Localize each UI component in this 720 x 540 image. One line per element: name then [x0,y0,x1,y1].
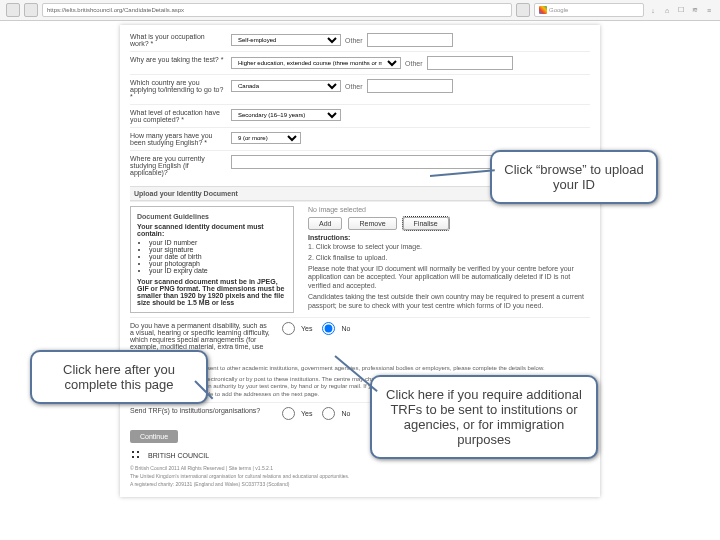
label-years-english: How many years have you been studying En… [130,132,225,146]
bookmark-icon[interactable]: ☐ [676,5,686,15]
radio-disability-yes[interactable] [282,322,295,335]
select-education[interactable]: Secondary (16–19 years) [231,109,341,121]
label-country: Which country are you applying to/intend… [130,79,225,100]
row-occupation: What is your occupation work? * Self-emp… [130,29,590,51]
other-label: Other [405,60,423,67]
list-item: your date of birth [149,253,287,260]
row-reason: Why are you taking the test? * Higher ed… [130,51,590,74]
history-icon[interactable]: ≋ [690,5,700,15]
row-years-english: How many years have you been studying En… [130,127,590,150]
reload-button[interactable] [516,3,530,17]
radio-label-no: No [341,325,350,332]
input-country-other[interactable] [367,79,453,93]
guidelines-title: Document Guidelines [137,213,287,220]
label-trf: Send TRF(s) to institutions/organisation… [130,407,270,414]
guidelines-must: Your scanned identity document must cont… [137,223,287,237]
search-placeholder: Google [549,4,568,16]
label-reason: Why are you taking the test? * [130,56,225,63]
label-occupation: What is your occupation work? * [130,33,225,47]
instructions: Instructions: 1. Click browse to select … [308,234,590,310]
upload-para2: Candidates taking the test outside their… [308,293,590,311]
callout-trf: Click here if you require additional TRF… [370,375,598,459]
radio-trf-no[interactable] [322,407,335,420]
list-item: your photograph [149,260,287,267]
input-currently-studying[interactable] [231,155,497,169]
callout-browse: Click “browse” to upload your ID [490,150,658,204]
input-occupation-other[interactable] [367,33,453,47]
url-bar[interactable]: https://ielts.britishcouncil.org/Candida… [42,3,512,17]
callout-continue: Click here after you complete this page [30,350,208,404]
download-icon[interactable]: ↓ [648,5,658,15]
guidelines-limit: Your scanned document must be in JPEG, G… [137,278,287,306]
back-button[interactable] [6,3,20,17]
other-label: Other [345,83,363,90]
list-item: your ID expiry date [149,267,287,274]
menu-icon[interactable]: ≡ [704,5,714,15]
guidelines-box: Document Guidelines Your scanned identit… [130,206,294,313]
footer-line2: The United Kingdom's international organ… [130,473,590,479]
row-country: Which country are you applying to/intend… [130,74,590,104]
brand-text: BRITISH COUNCIL [148,452,209,459]
footer-line1: © British Council 2011 All Rights Reserv… [130,465,590,471]
list-item: your ID number [149,239,287,246]
search-bar[interactable]: Google [534,3,644,17]
browser-chrome: https://ielts.britishcouncil.org/Candida… [0,0,720,21]
footer-line3: A registered charity: 209131 (England an… [130,481,590,487]
upload-para1: Please note that your ID document will n… [308,265,590,291]
other-label: Other [345,37,363,44]
radio-disability-no[interactable] [322,322,335,335]
select-country[interactable]: Canada [231,80,341,92]
radio-label-yes: Yes [301,325,312,332]
select-years-english[interactable]: 9 (or more) [231,132,301,144]
label-currently-studying: Where are you currently studying English… [130,155,225,176]
instruction-1: 1. Click browse to select your image. [308,243,590,252]
forward-button[interactable] [24,3,38,17]
home-icon[interactable]: ⌂ [662,5,672,15]
finalise-button[interactable]: Finalise [403,217,449,230]
no-image-text: No image selected [308,206,590,213]
radio-label-yes: Yes [301,410,312,417]
remove-button[interactable]: Remove [348,217,396,230]
select-reason[interactable]: Higher education, extended course (three… [231,57,401,69]
guidelines-list: your ID number your signature your date … [149,239,287,274]
upload-column: No image selected Add Remove Finalise In… [300,206,590,313]
instructions-title: Instructions: [308,234,590,241]
list-item: your signature [149,246,287,253]
select-occupation[interactable]: Self-employed [231,34,341,46]
label-education: What level of education have you complet… [130,109,225,123]
input-reason-other[interactable] [427,56,513,70]
continue-button[interactable]: Continue [130,430,178,443]
row-education: What level of education have you complet… [130,104,590,127]
radio-label-no: No [341,410,350,417]
logo-dots-icon [130,449,144,463]
add-button[interactable]: Add [308,217,342,230]
google-icon [539,6,547,14]
radio-trf-yes[interactable] [282,407,295,420]
instruction-2: 2. Click finalise to upload. [308,254,590,263]
row-upload: Document Guidelines Your scanned identit… [130,201,590,317]
